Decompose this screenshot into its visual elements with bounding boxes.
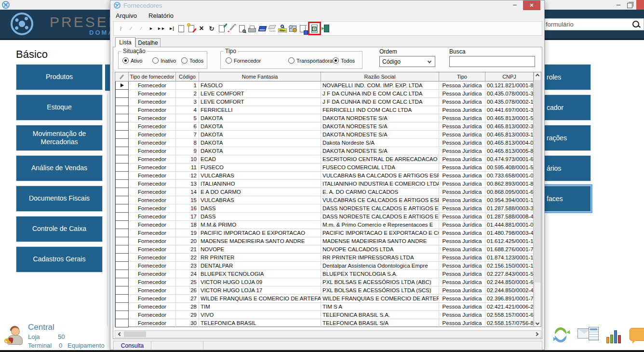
vertical-scroll-thumb[interactable] [535, 80, 540, 283]
cell-codigo[interactable]: 15 [176, 196, 199, 204]
table-row[interactable]: Fornecedor14E A DO CARMOE. A. DO CARMO C… [115, 188, 541, 196]
scroll-left-arrow-icon[interactable] [115, 331, 123, 338]
cell-tipo-de-fornecedor[interactable]: Fornecedor [129, 286, 176, 295]
cell-razao-social[interactable]: TELEFONICA BRASIL S/A [321, 319, 439, 327]
cell-tipo[interactable]: Pessoa Jurídica [439, 204, 485, 213]
cell-codigo[interactable]: 12 [176, 172, 199, 180]
cell-nome-fantasia[interactable]: M.M.& PRIMO [199, 221, 321, 229]
col-header-razao-social[interactable]: Razão Social [321, 72, 439, 81]
window-close-button[interactable]: × [523, 0, 540, 10]
cell-tipo[interactable]: Pessoa Jurídica [439, 245, 485, 254]
cell-codigo[interactable]: 9 [176, 147, 199, 155]
delete-record-icon[interactable]: × [197, 22, 206, 35]
scroll-up-arrow-icon[interactable] [534, 72, 541, 80]
cell-codigo[interactable]: 16 [176, 204, 199, 213]
cell-razao-social[interactable]: PXL BOLSAS E ACESSÓRIOS LTDA (SCS) [321, 286, 439, 295]
cell-cnpj[interactable]: 01.480.798/0003-40 [485, 229, 534, 237]
nav-next-icon[interactable]: ► [146, 22, 156, 35]
table-row[interactable]: Fornecedor22RR PRINTERRR PRINTER IMPRESS… [115, 254, 541, 262]
cell-cnpj[interactable]: 01.287.588/0003-30 [485, 204, 534, 213]
cell-nome-fantasia[interactable]: ITALIANINHO [199, 180, 321, 188]
cell-codigo[interactable]: 17 [176, 213, 199, 221]
cell-codigo[interactable]: 3 [176, 98, 199, 106]
cell-tipo-de-fornecedor[interactable]: Fornecedor [129, 303, 176, 311]
cell-razao-social[interactable]: DAKOTA NORDESTE S/A [321, 122, 439, 131]
cell-cnpj[interactable]: 00.435.078/0002-10 [485, 98, 534, 106]
cell-tipo[interactable]: Pessoa Jurídica [439, 180, 485, 188]
cell-tipo-de-fornecedor[interactable]: Fornecedor [129, 295, 176, 303]
cell-tipo-de-fornecedor[interactable]: Fornecedor [129, 245, 176, 254]
cell-cnpj[interactable]: 02.558.157/0001-62 [485, 311, 534, 319]
cell-tipo[interactable]: Pessoa Jurídica [439, 295, 485, 303]
cell-razao-social[interactable]: Dentalpar Assistencia Odontologica Empre [321, 262, 439, 270]
cell-codigo[interactable]: 28 [176, 303, 199, 311]
cell-cnpj[interactable]: 00.733.658/0001-02 [485, 172, 534, 180]
cell-tipo-de-fornecedor[interactable]: Fornecedor [129, 147, 176, 155]
cell-nome-fantasia[interactable]: LEVE COMFORT [199, 90, 321, 98]
cell-cnpj[interactable]: 00.121.821/0001-86 [485, 81, 534, 90]
cell-cnpj[interactable]: 00.465.813/0003-19 [485, 131, 534, 139]
table-row[interactable]: Fornecedor21NOVOPENOVOPE CALCADOS LTDAPe… [115, 245, 541, 254]
table-row[interactable]: Fornecedor19PACIFIC IMPORTACAO E EXPORTA… [115, 229, 541, 237]
cell-nome-fantasia[interactable]: NOVOPE [199, 245, 321, 254]
cell-tipo-de-fornecedor[interactable]: Fornecedor [129, 311, 176, 319]
form-search-input[interactable]: formulário [543, 18, 644, 30]
window-titlebar[interactable]: Fornecedores – × [110, 0, 544, 10]
new-record-icon[interactable] [176, 22, 186, 35]
refresh-icon[interactable]: ↻ [207, 22, 216, 35]
cell-razao-social[interactable]: Dakota Nordeste S/A [321, 139, 439, 147]
cell-cnpj[interactable]: 00.868.095/0001-60 [485, 188, 534, 196]
filter-icon[interactable]: filter [278, 22, 287, 35]
cell-nome-fantasia[interactable]: TELEFONICA BRASIL [199, 319, 321, 327]
cell-nome-fantasia[interactable]: DENTALPAR [199, 262, 321, 270]
col-header-nome-fantasia[interactable]: Nome Fantasia [199, 72, 321, 81]
main-minimize-button[interactable]: – [614, 1, 623, 9]
nav-last-icon[interactable]: ►| [166, 22, 176, 35]
cell-codigo[interactable]: 26 [176, 286, 199, 295]
cell-tipo-de-fornecedor[interactable]: Fornecedor [129, 180, 176, 188]
cell-razao-social[interactable]: ESCRITORIO CENTRAL DE ARRECADACAO E DIST [321, 155, 439, 163]
cell-razao-social[interactable]: J F DA CUNHA IND E COM CALC LTDA [321, 90, 439, 98]
cell-codigo[interactable]: 7 [176, 131, 199, 139]
cell-razao-social[interactable]: PXL BOLSAS E ACESSÓRIOS LTDA (ABC) [321, 278, 439, 286]
col-header-codigo[interactable]: Código [176, 72, 199, 81]
cell-razao-social[interactable]: FUSECO COMERCIAL LTDA [321, 163, 439, 172]
cell-codigo[interactable]: 14 [176, 188, 199, 196]
table-row[interactable]: Fornecedor4FERRICELLIFERRICELLI IND COM … [115, 106, 541, 114]
cell-razao-social[interactable]: MADENSE MADEIREIRA SANTO ANDRE [321, 237, 439, 245]
cell-cnpj[interactable]: 00.474.973/0001-62 [485, 155, 534, 163]
cell-razao-social[interactable]: FERRICELLI IND COM CALC LTDA [321, 106, 439, 114]
grid-settings-icon[interactable] [288, 22, 297, 35]
table-row[interactable]: Fornecedor16DASSDASS NORDESTE CALCADOS E… [115, 204, 541, 213]
cell-nome-fantasia[interactable]: DAKOTA [199, 122, 321, 131]
table-row[interactable]: Fornecedor23DENTALPARDentalpar Assistenc… [115, 262, 541, 270]
cell-nome-fantasia[interactable]: VULCABRAS [199, 196, 321, 204]
cell-nome-fantasia[interactable]: DAKOTA [199, 139, 321, 147]
exit-icon[interactable] [322, 22, 331, 35]
cell-razao-social[interactable]: RR PRINTER IMPRESSORAS LTDA [321, 254, 439, 262]
cell-cnpj[interactable]: 02.396.891/0001-72 [485, 295, 534, 303]
sidebar-button-analise-de-vendas[interactable]: Análise de Vendas [16, 155, 103, 181]
preview-icon[interactable] [237, 22, 247, 35]
sidebar-button-documentos-fiscais[interactable]: Documentos Fiscais [16, 186, 103, 212]
goto-icon[interactable]: Goto [268, 22, 277, 35]
cell-tipo[interactable]: Pessoa Jurídica [439, 131, 485, 139]
cell-tipo[interactable]: Pessoa Jurídica [439, 254, 485, 262]
cell-razao-social[interactable]: PACIFIC IMPORTACAO E EXPORTACAO E COMERC [321, 229, 439, 237]
cell-cnpj[interactable]: 02.227.843/0001-50 [485, 270, 534, 278]
bookmark-icon[interactable] [257, 22, 267, 35]
excel-export-icon[interactable]: x [309, 22, 319, 35]
cell-razao-social[interactable]: NOVAPELLI IND. COM. IMP. EXP. LTDA [321, 81, 439, 90]
table-row[interactable]: Fornecedor18M.M.& PRIMOM.m. & Primo Come… [115, 221, 541, 229]
cell-codigo[interactable]: 13 [176, 180, 199, 188]
cell-nome-fantasia[interactable]: E A DO CARMO [199, 188, 321, 196]
cell-codigo[interactable]: 20 [176, 237, 199, 245]
cell-nome-fantasia[interactable]: VICTOR HUGO LOJA 09 [199, 278, 321, 286]
cell-nome-fantasia[interactable]: PACIFIC IMPORTACAO E EXPORTACAO [199, 229, 321, 237]
table-row[interactable]: Fornecedor15VULCABRASVULCABRAS CE CALCAD… [115, 196, 541, 204]
cell-codigo[interactable]: 8 [176, 139, 199, 147]
table-row[interactable]: Fornecedor8DAKOTADakota Nordeste S/APess… [115, 139, 541, 147]
cell-razao-social[interactable]: ITALIANINHO INDUSTRIA E COMERCIO LTDA [321, 180, 439, 188]
cell-tipo[interactable]: Pessoa Jurídica [439, 163, 485, 172]
sync-icon[interactable] [552, 327, 571, 344]
